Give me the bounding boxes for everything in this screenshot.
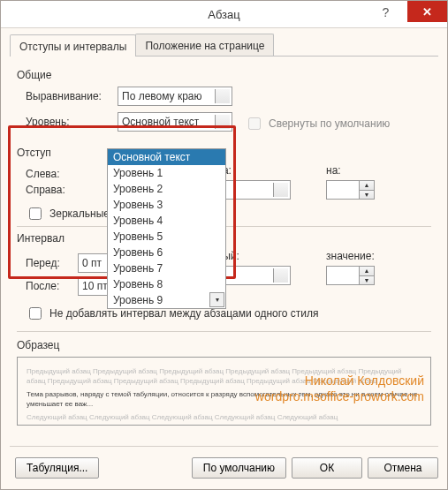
section-general: Общие <box>17 69 431 81</box>
level-option[interactable]: Уровень 7 <box>108 260 225 276</box>
ok-button[interactable]: ОК <box>292 457 362 479</box>
by-label: на: <box>326 164 431 177</box>
close-button[interactable]: ✕ <box>407 1 447 22</box>
paragraph-dialog: Абзац ? ✕ Отступы и интервалы Положение … <box>0 0 448 490</box>
alignment-value: По левому краю <box>122 90 202 102</box>
level-option[interactable]: Основной текст <box>108 149 225 165</box>
tabs-button[interactable]: Табуляция... <box>15 457 99 479</box>
level-option[interactable]: Уровень 4 <box>108 213 225 229</box>
chevron-down-icon <box>277 187 285 194</box>
alignment-select[interactable]: По левому краю <box>118 87 232 106</box>
level-option[interactable]: Уровень 2 <box>108 181 225 197</box>
level-option[interactable]: Уровень 1 <box>108 165 225 181</box>
default-button[interactable]: По умолчанию <box>192 457 286 479</box>
level-label: Уровень: <box>26 116 118 128</box>
help-button[interactable]: ? <box>365 1 406 24</box>
section-preview: Образец <box>17 339 431 351</box>
level-option[interactable]: Уровень 5 <box>108 229 225 245</box>
indent-left-label: Слева: <box>26 168 82 180</box>
level-select[interactable]: Основной текст <box>118 112 232 132</box>
titlebar: Абзац ? ✕ <box>1 1 447 28</box>
caret-down-icon[interactable]: ▼ <box>360 276 374 285</box>
level-option[interactable]: Уровень 3 <box>108 197 225 213</box>
caret-up-icon[interactable]: ▲ <box>360 267 374 276</box>
level-value: Основной текст <box>122 116 199 128</box>
dialog-footer: Табуляция... По умолчанию ОК Отмена <box>10 446 438 480</box>
value-spinner[interactable]: ▲▼ <box>326 266 375 285</box>
close-icon: ✕ <box>422 5 432 19</box>
watermark-author: Николай Колдовский <box>255 373 424 388</box>
alignment-label: Выравнивание: <box>26 90 118 102</box>
mirror-indent-checkbox[interactable] <box>29 207 42 220</box>
chevron-down-icon <box>219 94 226 101</box>
watermark-site: wordpro.msoffice-prowork.com <box>255 388 424 404</box>
level-option[interactable]: Уровень 8 <box>108 276 225 292</box>
tab-position[interactable]: Положение на странице <box>135 34 274 56</box>
dont-add-space-checkbox[interactable] <box>29 307 42 320</box>
caret-up-icon[interactable]: ▲ <box>360 181 374 191</box>
collapse-checkbox <box>248 117 261 130</box>
value-label: значение: <box>326 250 431 262</box>
tabstrip: Отступы и интервалы Положение на страниц… <box>10 34 438 57</box>
before-label: Перед: <box>26 257 78 269</box>
preview-after: Следующий абзац Следующий абзац Следующи… <box>27 412 421 422</box>
chevron-down-icon <box>277 273 285 280</box>
indent-right-label: Справа: <box>26 184 82 196</box>
chevron-down-icon[interactable]: ▾ <box>209 292 224 307</box>
after-label: После: <box>26 280 78 292</box>
caret-down-icon[interactable]: ▼ <box>360 191 374 200</box>
cancel-button[interactable]: Отмена <box>368 457 438 479</box>
chevron-down-icon <box>219 119 226 126</box>
watermark: Николай Колдовский wordpro.msoffice-prow… <box>255 373 424 404</box>
question-icon: ? <box>383 5 390 19</box>
dont-add-space-label: Не добавлять интервал между абзацами одн… <box>49 307 319 320</box>
level-option[interactable]: Уровень 6 <box>108 245 225 260</box>
first-line-by-spinner[interactable]: ▲▼ <box>326 180 375 200</box>
tab-indents[interactable]: Отступы и интервалы <box>10 34 136 57</box>
level-option[interactable]: Уровень 9 <box>108 292 225 308</box>
collapse-label: Свернуты по умолчанию <box>269 117 390 130</box>
level-dropdown[interactable]: Основной текстУровень 1Уровень 2Уровень … <box>107 148 226 309</box>
